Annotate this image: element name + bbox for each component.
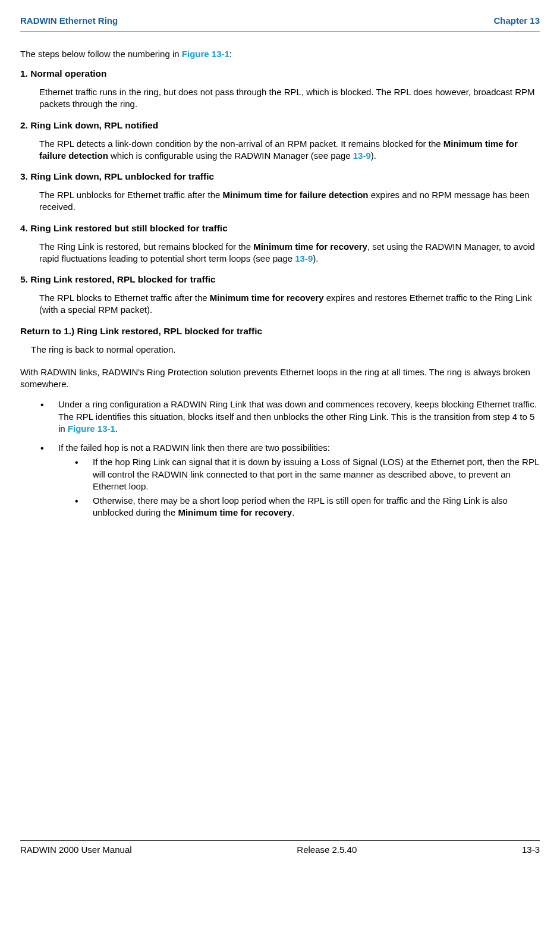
footer-divider bbox=[20, 840, 540, 841]
step-4-pre: The Ring Link is restored, but remains b… bbox=[39, 241, 253, 252]
step-4-post: ). bbox=[313, 253, 318, 263]
bullet-2b: Otherwise, there may be a short loop per… bbox=[75, 495, 540, 519]
step-3-head: 3. Ring Link down, RPL unblocked for tra… bbox=[20, 171, 540, 182]
bullet-2-sublist: If the hop Ring Link can signal that it … bbox=[58, 456, 540, 519]
bullet-1-post: . bbox=[115, 423, 118, 434]
step-2-mid: which is configurable using the RADWIN M… bbox=[108, 150, 353, 161]
step-2-pre: The RPL detects a link-down condition by… bbox=[39, 139, 443, 149]
step-5-head: 5. Ring Link restored, RPL blocked for t… bbox=[20, 274, 540, 285]
bullet-1: Under a ring configuration a RADWIN Ring… bbox=[40, 398, 540, 435]
page-header: RADWIN Ethernet Ring Chapter 13 bbox=[20, 15, 540, 26]
bullet-2b-pre: Otherwise, there may be a short loop per… bbox=[93, 495, 508, 517]
bullet-2a: If the hop Ring Link can signal that it … bbox=[75, 456, 540, 492]
intro-text: The steps below follow the numbering in … bbox=[20, 49, 540, 59]
figure-13-1-link[interactable]: Figure 13-1 bbox=[182, 49, 229, 59]
step-2-post: ). bbox=[371, 150, 376, 161]
step-4-bold: Minimum time for recovery bbox=[253, 241, 367, 252]
bullet-2-text: If the failed hop is not a RADWIN link t… bbox=[58, 442, 330, 453]
step-2-body: The RPL detects a link-down condition by… bbox=[39, 138, 540, 162]
bullet-1-pre: Under a ring configuration a RADWIN Ring… bbox=[58, 399, 537, 434]
step-4-body: The Ring Link is restored, but remains b… bbox=[39, 241, 540, 265]
step-2-head: 2. Ring Link down, RPL notified bbox=[20, 120, 540, 131]
step-1-body: Ethernet traffic runs in the ring, but d… bbox=[39, 86, 540, 111]
bullet-2: If the failed hop is not a RADWIN link t… bbox=[40, 442, 540, 519]
page-footer: RADWIN 2000 User Manual Release 2.5.40 1… bbox=[20, 845, 540, 855]
step-5-body: The RPL blocks to Ethernet traffic after… bbox=[39, 292, 540, 316]
step-3-body: The RPL unblocks for Ethernet traffic af… bbox=[39, 189, 540, 214]
intro-post: : bbox=[229, 49, 232, 59]
bullet-2b-bold: Minimum time for recovery bbox=[178, 507, 292, 517]
header-divider bbox=[20, 32, 540, 32]
summary-paragraph: With RADWIN links, RADWIN's Ring Protect… bbox=[20, 366, 540, 391]
bullet-2b-post: . bbox=[292, 507, 294, 517]
figure-13-1-link-b[interactable]: Figure 13-1 bbox=[68, 423, 115, 434]
footer-left: RADWIN 2000 User Manual bbox=[20, 845, 132, 855]
step-3-bold: Minimum time for failure detection bbox=[223, 190, 369, 200]
step-5-bold: Minimum time for recovery bbox=[210, 293, 324, 303]
intro-pre: The steps below follow the numbering in bbox=[20, 49, 182, 59]
step-3-pre: The RPL unblocks for Ethernet traffic af… bbox=[39, 190, 223, 200]
header-left: RADWIN Ethernet Ring bbox=[20, 15, 118, 26]
bullet-list: Under a ring configuration a RADWIN Ring… bbox=[20, 398, 540, 519]
step-5-pre: The RPL blocks to Ethernet traffic after… bbox=[39, 293, 210, 303]
return-body: The ring is back to normal operation. bbox=[31, 344, 540, 356]
step-4-head: 4. Ring Link restored but still blocked … bbox=[20, 223, 540, 234]
page-13-9-link-b[interactable]: 13-9 bbox=[295, 253, 313, 263]
step-1-head: 1. Normal operation bbox=[20, 68, 540, 79]
footer-right: 13-3 bbox=[522, 845, 540, 855]
return-head: Return to 1.) Ring Link restored, RPL bl… bbox=[20, 326, 540, 337]
page-13-9-link-a[interactable]: 13-9 bbox=[353, 150, 371, 161]
header-right: Chapter 13 bbox=[493, 15, 540, 26]
footer-center: Release 2.5.40 bbox=[297, 845, 357, 855]
